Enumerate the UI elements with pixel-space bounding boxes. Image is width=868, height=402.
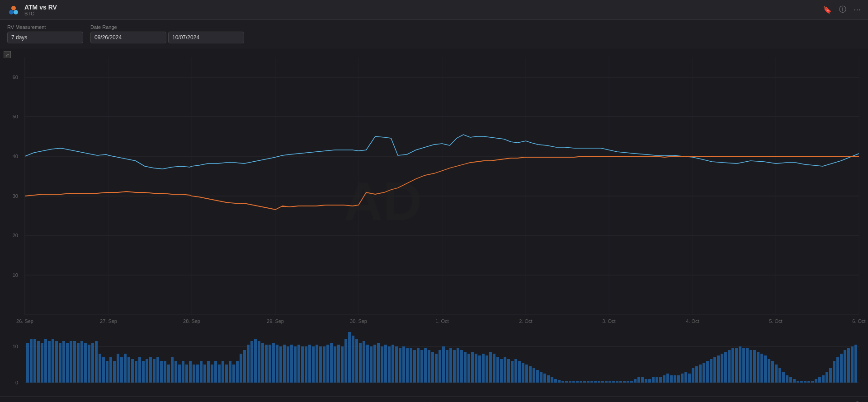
svg-rect-148 [399, 348, 401, 383]
svg-rect-217 [648, 379, 651, 383]
date-start-input[interactable] [90, 32, 166, 43]
svg-rect-80 [153, 359, 156, 383]
svg-rect-123 [308, 345, 311, 383]
svg-rect-205 [605, 381, 608, 383]
svg-text:5. Oct: 5. Oct [769, 318, 782, 324]
svg-rect-50 [44, 339, 47, 383]
svg-rect-226 [681, 374, 684, 383]
svg-rect-269 [836, 357, 839, 383]
svg-rect-179 [511, 361, 514, 383]
svg-rect-142 [377, 343, 380, 383]
svg-rect-67 [106, 361, 108, 383]
svg-rect-227 [684, 372, 687, 383]
svg-rect-214 [637, 377, 640, 383]
svg-rect-58 [73, 341, 76, 383]
rv-measurement-label: RV Measurement [7, 24, 83, 30]
svg-rect-53 [55, 341, 58, 383]
svg-rect-190 [551, 377, 553, 383]
svg-rect-197 [576, 381, 579, 383]
svg-text:29. Sep: 29. Sep [267, 318, 284, 324]
svg-rect-54 [59, 343, 61, 383]
svg-rect-264 [818, 377, 821, 383]
svg-rect-260 [804, 381, 807, 383]
svg-rect-106 [247, 345, 250, 383]
svg-rect-198 [580, 381, 582, 383]
chart-area: ⤢ 60 50 40 30 20 10 AD [0, 48, 868, 378]
svg-rect-209 [619, 381, 622, 383]
svg-rect-72 [124, 354, 127, 383]
svg-rect-195 [569, 381, 571, 383]
svg-text:10: 10 [13, 272, 18, 278]
svg-rect-204 [601, 381, 604, 383]
svg-rect-56 [66, 343, 69, 383]
svg-rect-167 [467, 354, 470, 383]
svg-rect-68 [109, 357, 112, 383]
svg-text:AD: AD [344, 171, 422, 231]
expand-button[interactable]: ⤢ [4, 51, 11, 58]
svg-text:10: 10 [13, 344, 18, 349]
svg-rect-187 [540, 372, 542, 383]
bookmark-icon[interactable]: 🔖 [823, 5, 832, 14]
svg-rect-97 [214, 361, 217, 383]
info-icon[interactable]: ⓘ [839, 5, 846, 14]
svg-rect-253 [778, 368, 781, 383]
svg-rect-173 [489, 352, 492, 383]
svg-rect-150 [406, 348, 409, 383]
svg-rect-192 [558, 380, 561, 383]
svg-rect-128 [326, 345, 329, 383]
svg-rect-263 [815, 379, 817, 383]
camera-icon[interactable]: 📷 [429, 400, 439, 402]
svg-rect-240 [731, 348, 734, 383]
svg-rect-52 [52, 339, 54, 383]
svg-rect-119 [294, 346, 297, 383]
svg-rect-51 [48, 341, 51, 383]
svg-rect-220 [659, 377, 662, 383]
svg-rect-145 [388, 346, 391, 383]
svg-rect-170 [478, 355, 481, 383]
svg-rect-94 [203, 365, 206, 383]
svg-rect-99 [222, 361, 224, 383]
svg-rect-169 [475, 354, 477, 383]
svg-rect-230 [695, 366, 698, 383]
svg-rect-84 [167, 365, 170, 383]
rv-measurement-input[interactable] [7, 32, 83, 43]
svg-rect-154 [420, 350, 423, 383]
date-end-input[interactable] [168, 32, 244, 43]
svg-rect-104 [240, 354, 242, 383]
svg-text:28. Sep: 28. Sep [183, 318, 200, 324]
svg-rect-117 [287, 346, 289, 383]
svg-rect-133 [344, 339, 347, 383]
svg-rect-271 [844, 350, 846, 383]
svg-rect-239 [728, 350, 731, 383]
svg-rect-242 [739, 346, 741, 383]
download-button[interactable]: ⬇ [854, 400, 861, 402]
svg-rect-268 [833, 361, 835, 383]
svg-rect-202 [594, 381, 597, 383]
svg-rect-81 [156, 357, 159, 383]
svg-rect-207 [612, 381, 615, 383]
menu-icon[interactable]: ⋯ [854, 5, 861, 14]
svg-rect-262 [811, 381, 814, 383]
svg-rect-208 [616, 381, 618, 383]
svg-rect-140 [370, 346, 373, 383]
svg-rect-257 [793, 379, 796, 383]
svg-rect-118 [290, 345, 293, 383]
svg-rect-236 [717, 355, 720, 383]
svg-rect-237 [721, 354, 723, 383]
svg-rect-138 [363, 341, 365, 383]
svg-rect-231 [699, 365, 702, 383]
svg-rect-152 [413, 350, 416, 383]
date-range-label: Date Range [90, 24, 244, 30]
svg-rect-108 [254, 339, 257, 383]
svg-rect-91 [193, 365, 195, 383]
svg-rect-215 [641, 377, 644, 383]
svg-rect-143 [381, 346, 383, 383]
svg-rect-183 [525, 365, 528, 383]
svg-rect-85 [171, 357, 174, 383]
svg-text:26. Sep: 26. Sep [16, 318, 33, 324]
svg-rect-109 [258, 341, 260, 383]
svg-rect-245 [750, 350, 752, 383]
svg-rect-248 [760, 354, 763, 383]
svg-rect-158 [435, 354, 438, 383]
svg-rect-160 [442, 346, 445, 383]
